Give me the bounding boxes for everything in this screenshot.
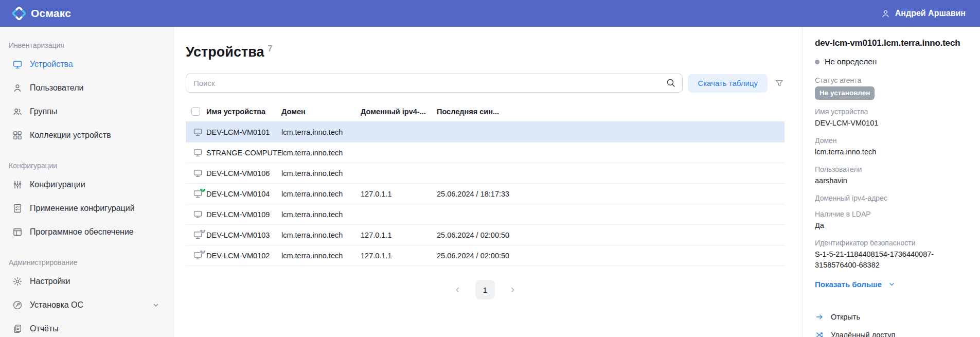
column-header-name: Имя устройства	[206, 108, 281, 116]
agent-ok-badge-icon	[200, 189, 206, 192]
search-icon[interactable]	[666, 78, 676, 90]
logo-pinwheel-icon	[12, 7, 26, 20]
device-monitor-icon	[193, 209, 203, 219]
column-header-last-sync: Последняя син...	[437, 108, 512, 116]
cell-domain: lcm.terra.inno.tech	[281, 231, 361, 239]
table-row[interactable]: DEV-LCM-VM0104 lcm.terra.inno.tech 127.0…	[186, 184, 785, 204]
devices-table: Имя устройства Домен Доменный ipv4-... П…	[186, 101, 785, 266]
sidebar-item-device-collections[interactable]: Коллекции устройств	[0, 123, 173, 147]
device-monitor-icon	[193, 189, 203, 199]
cell-device-name: DEV-LCM-VM0102	[206, 252, 281, 260]
top-bar: Осмакс Андрей Аршавин	[0, 0, 980, 27]
table-row[interactable]: DEV-LCM-VM0109 lcm.terra.inno.tech	[186, 204, 785, 225]
sidebar-item-software[interactable]: Программное обеспечение	[0, 220, 173, 244]
cell-domain: lcm.terra.inno.tech	[281, 210, 361, 219]
sidebar-section-administration: Администрирование	[0, 253, 173, 270]
sidebar-item-settings[interactable]: Настройки	[0, 270, 173, 293]
users-icon	[12, 107, 23, 117]
user-name: Андрей Аршавин	[895, 9, 966, 18]
cell-device-name: STRANGE-COMPUTE	[206, 149, 281, 157]
app-logo[interactable]: Осмакс	[12, 7, 71, 20]
field-domain: Домен lcm.terra.inno.tech	[815, 136, 968, 157]
column-header-domain: Домен	[281, 108, 361, 116]
device-detail-panel: dev-lcm-vm0101.lcm.terra.inno.tech Не оп…	[802, 27, 980, 337]
sidebar-section-inventory: Инвентаризация	[0, 36, 173, 52]
sidebar-section-configurations: Конфигурации	[0, 156, 173, 173]
software-icon	[12, 227, 23, 237]
sliders-icon	[12, 180, 23, 190]
field-users: Пользователи aarshavin	[815, 165, 968, 186]
agent-status-badge: Не установлен	[815, 86, 875, 100]
field-domain-ipv4: Доменный ipv4-адрес	[815, 194, 968, 202]
sidebar-item-os-install[interactable]: Установка ОС	[0, 293, 173, 317]
field-security-id: Идентификатор безопасности S-1-5-21-1184…	[815, 239, 968, 271]
search-field-wrap	[186, 74, 683, 93]
sidebar: Инвентаризация Устройства Пользователи Г…	[0, 27, 174, 337]
chevron-down-icon	[888, 280, 896, 288]
field-agent-status: Статус агента Не установлен	[815, 76, 968, 100]
prev-page-button[interactable]	[453, 286, 462, 294]
device-count-badge: 7	[268, 44, 272, 53]
user-menu[interactable]: Андрей Аршавин	[881, 9, 966, 19]
grid-icon	[12, 130, 23, 140]
remote-access-action[interactable]: Удалённый доступ	[815, 330, 968, 337]
table-row[interactable]: STRANGE-COMPUTE lcm.terra.inno.tech	[186, 143, 785, 163]
content-shell: Инвентаризация Устройства Пользователи Г…	[0, 27, 980, 337]
status-dot-icon	[815, 60, 819, 64]
agent-off-badge-icon	[200, 230, 206, 234]
next-page-button[interactable]	[508, 286, 517, 294]
cell-device-name: DEV-LCM-VM0109	[206, 210, 281, 219]
page-number[interactable]: 1	[475, 280, 495, 299]
cell-ipv4: 127.0.1.1	[361, 252, 437, 260]
device-monitor-icon	[193, 148, 203, 157]
reports-icon	[12, 324, 23, 334]
gear-icon	[12, 276, 23, 287]
cell-domain: lcm.terra.inno.tech	[281, 169, 361, 178]
field-device-name: Имя устройства DEV-LCM-VM0101	[815, 108, 968, 129]
sidebar-item-configurations[interactable]: Конфигурации	[0, 173, 173, 197]
app-title: Осмакс	[31, 7, 71, 20]
device-status: Не определен	[815, 57, 968, 66]
device-fqdn-title: dev-lcm-vm0101.lcm.terra.inno.tech	[815, 38, 968, 48]
filter-funnel-icon[interactable]	[774, 78, 785, 88]
search-input[interactable]	[186, 74, 683, 93]
device-monitor-icon	[193, 127, 203, 137]
table-row[interactable]: DEV-LCM-VM0101 lcm.terra.inno.tech	[186, 122, 785, 143]
cell-device-name: DEV-LCM-VM0104	[206, 190, 281, 198]
device-monitor-icon	[193, 168, 203, 178]
sidebar-item-config-apply[interactable]: Применение конфигураций	[0, 197, 173, 220]
device-actions: Открыть Удалённый доступ	[815, 312, 968, 337]
table-header-row: Имя устройства Домен Доменный ipv4-... П…	[186, 101, 785, 122]
show-more-link[interactable]: Показать больше	[815, 280, 968, 289]
sidebar-item-devices[interactable]: Устройства	[0, 52, 173, 76]
field-ldap-presence: Наличие в LDAP Да	[815, 210, 968, 231]
sidebar-item-groups[interactable]: Группы	[0, 100, 173, 123]
monitor-icon	[12, 59, 23, 69]
chevron-down-icon[interactable]	[152, 301, 160, 309]
cell-ipv4: 127.0.1.1	[361, 190, 437, 198]
select-all-checkbox[interactable]	[191, 107, 200, 116]
cell-last-sync: 25.06.2024 / 02:00:50	[437, 252, 512, 260]
device-monitor-icon	[193, 251, 203, 260]
cell-domain: lcm.terra.inno.tech	[281, 190, 361, 198]
cell-last-sync: 25.06.2024 / 18:17:33	[437, 190, 512, 198]
table-row[interactable]: DEV-LCM-VM0106 lcm.terra.inno.tech	[186, 163, 785, 184]
column-header-ipv4: Доменный ipv4-...	[361, 108, 437, 116]
download-table-button[interactable]: Скачать таблицу	[688, 74, 768, 93]
cell-domain: lcm.terra.inno.tech	[281, 149, 361, 157]
sidebar-item-reports[interactable]: Отчёты	[0, 317, 173, 337]
os-install-icon	[12, 300, 23, 310]
arrow-right-icon	[815, 312, 824, 322]
open-device-action[interactable]: Открыть	[815, 312, 968, 322]
sidebar-item-users[interactable]: Пользователи	[0, 76, 173, 100]
main-content: Устройства7 Скачать таблицу Имя устройст…	[174, 27, 802, 337]
cell-device-name: DEV-LCM-VM0101	[206, 128, 281, 136]
table-row[interactable]: DEV-LCM-VM0103 lcm.terra.inno.tech 127.0…	[186, 225, 785, 245]
device-monitor-icon	[193, 230, 203, 240]
config-apply-icon	[12, 203, 23, 214]
remote-access-icon	[815, 330, 824, 337]
cell-device-name: DEV-LCM-VM0103	[206, 231, 281, 239]
table-row[interactable]: DEV-LCM-VM0102 lcm.terra.inno.tech 127.0…	[186, 245, 785, 266]
cell-last-sync: 25.06.2024 / 02:00:50	[437, 231, 512, 239]
page-title: Устройства7	[186, 44, 785, 60]
